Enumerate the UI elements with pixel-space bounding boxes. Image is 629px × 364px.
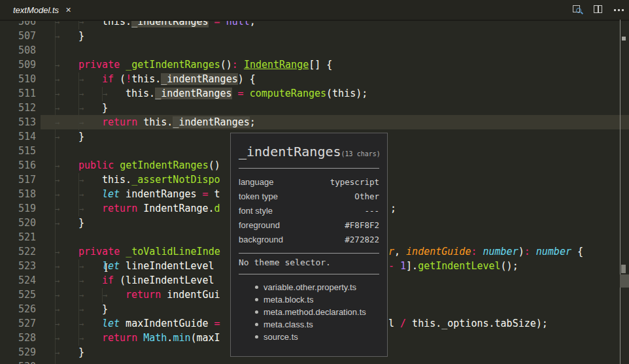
textmate-scopes-list: variable.other.property.tsmeta.block.tsm… — [231, 281, 387, 343]
line-number: 527 — [0, 316, 36, 331]
line-number: 510 — [0, 72, 36, 86]
tab-title: textModel.ts — [13, 5, 59, 15]
property-value: --- — [364, 204, 379, 218]
scope-list-item: variable.other.property.ts — [231, 281, 387, 293]
overview-ruler-marker — [622, 37, 626, 41]
scope-list-item: meta.class.ts — [231, 318, 387, 331]
code-text: →→if (!this._indentRanges) { — [55, 73, 256, 85]
vertical-scrollbar-slider[interactable] — [620, 274, 629, 288]
token-property-row: background#272822 — [239, 233, 379, 247]
line-number: 519 — [0, 201, 36, 216]
mouse-ibeam-cursor: I — [104, 261, 108, 275]
line-number: 507 — [0, 29, 36, 43]
property-value: Other — [354, 190, 379, 204]
code-text-right-fragment: r, indentGuide: number): number { — [388, 244, 583, 259]
property-label: language — [239, 175, 274, 190]
token-property-row: foreground#F8F8F2 — [239, 218, 379, 233]
code-text-right-fragment: - 1].getIndentLevel(); — [388, 259, 518, 273]
token-property-row: languagetypescript — [239, 175, 379, 190]
overview-ruler-marker — [621, 265, 626, 273]
code-text: →} — [55, 217, 84, 229]
split-editor-icon[interactable] — [593, 4, 605, 16]
theme-selector-note: No theme selector. — [239, 257, 331, 267]
line-number: 522 — [0, 244, 36, 259]
overview-ruler-line — [620, 20, 620, 364]
code-text: →→→return indentGui — [55, 289, 220, 301]
line-number: 518 — [0, 187, 36, 201]
line-number: 515 — [0, 144, 36, 158]
token-inspector-widget: _indentRanges(13 chars) languagetypescri… — [230, 133, 388, 357]
code-text: →→} — [55, 102, 108, 114]
code-text: →} — [55, 131, 84, 142]
code-text: →→} — [55, 303, 108, 315]
line-number: 528 — [0, 331, 36, 345]
code-line[interactable]: 512→→} — [0, 101, 629, 115]
separator — [239, 274, 379, 274]
code-text: →→if (lineIndentLevel — [55, 274, 214, 286]
line-number: 530 — [0, 359, 36, 364]
separator — [239, 168, 379, 169]
editor-tab-bar: textModel.ts ✕ — [0, 0, 629, 21]
line-number: 529 — [0, 345, 36, 359]
property-label: background — [239, 233, 283, 247]
code-text: →private _toValidLineInde — [55, 246, 220, 257]
scope-list-item: source.ts — [231, 331, 387, 343]
code-text: →} — [55, 30, 84, 42]
code-line[interactable]: 507→} — [0, 29, 629, 43]
code-text: →private _getIndentRanges(): IndentRange… — [55, 59, 332, 71]
code-text: →→let lineIndentLevel — [55, 260, 214, 272]
code-line[interactable]: 513→→return this._indentRanges; — [0, 115, 629, 129]
property-value: #F8F8F2 — [345, 218, 379, 233]
code-text: →→let indentRanges = t — [55, 188, 220, 200]
property-value: #272822 — [345, 233, 379, 247]
line-number: 523 — [0, 259, 36, 273]
tab-close-icon[interactable]: ✕ — [65, 0, 71, 20]
line-number: 517 — [0, 173, 36, 187]
separator — [239, 253, 379, 254]
code-text: →→return Math.min(maxI — [55, 332, 220, 344]
tab-textmodel[interactable]: textModel.ts — [13, 0, 59, 20]
magnifier-handle-shape — [581, 12, 583, 14]
code-text: →→return this._indentRanges; — [55, 116, 256, 128]
split-divider-shape — [598, 5, 599, 13]
code-text-right-fragment: ; — [390, 201, 396, 216]
property-value: typescript — [330, 175, 379, 190]
code-text: →→this._assertNotDispo — [55, 174, 220, 186]
code-line[interactable]: 508 — [0, 43, 629, 58]
more-actions-icon[interactable] — [614, 4, 624, 16]
code-text: →} — [55, 346, 84, 358]
line-number: 525 — [0, 288, 36, 302]
line-number: 520 — [0, 216, 36, 230]
line-number: 512 — [0, 101, 36, 115]
open-preview-icon[interactable] — [572, 4, 584, 16]
line-number: 516 — [0, 158, 36, 173]
scope-list-item: meta.method.declaration.ts — [231, 306, 387, 318]
token-property-row: token typeOther — [239, 190, 379, 204]
code-line[interactable]: 511→→→this._indentRanges = computeRanges… — [0, 86, 629, 101]
line-number: 511 — [0, 86, 36, 101]
line-number: 513 — [0, 115, 36, 129]
property-label: token type — [239, 190, 278, 204]
token-metadata-table: languagetypescripttoken typeOtherfont st… — [239, 175, 379, 247]
code-text: →→→this._indentRanges = computeRanges(th… — [55, 88, 367, 99]
editor-actions — [572, 0, 624, 20]
token-property-row: font style--- — [239, 204, 379, 218]
code-text: →→let maxIndentGuide = — [55, 318, 220, 329]
property-label: font style — [239, 204, 273, 218]
line-number: 508 — [0, 43, 36, 58]
code-text: →→return IndentRange.d — [55, 203, 220, 214]
line-number: 509 — [0, 58, 36, 72]
code-line[interactable]: 530 — [0, 359, 629, 364]
line-number: 526 — [0, 302, 36, 316]
code-line[interactable]: 510→→if (!this._indentRanges) { — [0, 72, 629, 86]
token-char-count: (13 chars) — [341, 150, 381, 157]
code-line[interactable]: 509→private _getIndentRanges(): IndentRa… — [0, 58, 629, 72]
code-text-right-fragment: l / this._options.tabSize); — [388, 316, 548, 331]
inspected-token: _indentRanges — [239, 144, 341, 159]
inspector-header: _indentRanges(13 chars) — [239, 144, 381, 159]
line-number: 524 — [0, 273, 36, 288]
code-text: →public getIndentRanges() — [55, 159, 220, 171]
property-label: foreground — [239, 218, 280, 233]
scope-list-item: meta.block.ts — [231, 293, 387, 306]
line-number: 521 — [0, 230, 36, 244]
